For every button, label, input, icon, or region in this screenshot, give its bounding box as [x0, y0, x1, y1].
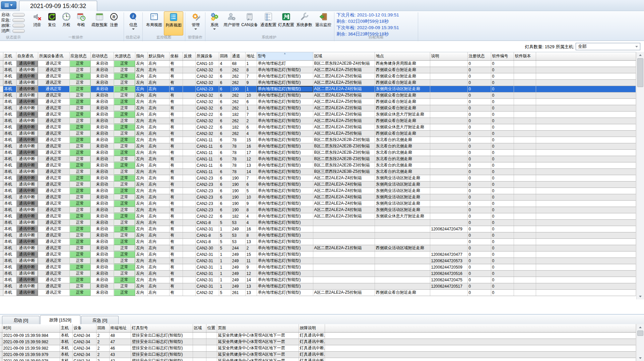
channel-cell[interactable]: 262 [231, 118, 245, 124]
channel-cell[interactable]: 249 [231, 251, 245, 258]
reverse-cell[interactable] [183, 105, 195, 111]
reverse-cell[interactable] [183, 232, 195, 238]
startup-status-cell[interactable]: 未启动 [90, 219, 114, 226]
direction-cell[interactable]: 左向 [135, 175, 147, 181]
light-status-cell[interactable]: 正常 [114, 60, 135, 67]
device-cell[interactable]: CAN1-8 [195, 219, 219, 226]
column-header[interactable]: ▲型号 [257, 52, 313, 60]
coordinate-cell[interactable]: 有 [169, 175, 183, 181]
exit-monitor-button[interactable]: 退出监控 [314, 11, 333, 40]
device-cell[interactable]: CAN1-11 [195, 168, 219, 175]
reverse-cell[interactable] [183, 60, 195, 67]
emergency-status-cell[interactable]: 正常 [69, 130, 90, 137]
note-cell[interactable] [430, 238, 467, 245]
loop-cell[interactable]: 4 [219, 60, 231, 67]
self-comm-cell[interactable]: 通讯中断 [16, 181, 38, 188]
user-management-button[interactable]: 用户管理 [222, 11, 241, 40]
table-row[interactable]: 本机通讯中断通讯正常正常未启动正常左向左向有CAN1-1167815单向地埋标志… [0, 137, 636, 143]
startup-status-cell[interactable]: 未启动 [90, 168, 114, 175]
model-cell[interactable]: 单向地埋标志灯(智能型) [257, 92, 313, 98]
column-header[interactable]: 地址 [245, 52, 257, 60]
loop-cell[interactable]: 6 [219, 143, 231, 149]
area-cell[interactable]: A区二层2ALE2A-Z5控制箱 [313, 98, 375, 105]
light-status-cell[interactable]: 正常 [114, 98, 135, 105]
startup-status-cell[interactable]: 未启动 [90, 98, 114, 105]
default-direction-cell[interactable]: 左向 [147, 194, 169, 200]
software-version-cell[interactable] [514, 194, 536, 200]
table-row[interactable]: 本机通讯中断通讯正常正常未启动正常左向左向有CAN2-3262629单向地埋标志… [0, 79, 636, 86]
loop-cell[interactable]: 1 [219, 226, 231, 232]
startup-status-cell[interactable]: 未启动 [90, 245, 114, 251]
list-view-button[interactable]: 列表视图 [164, 11, 183, 35]
direction-cell[interactable]: 左向 [135, 130, 147, 137]
software-version-cell[interactable] [514, 124, 536, 130]
location-cell[interactable] [375, 232, 430, 238]
self-comm-cell[interactable]: 通讯中断 [16, 118, 38, 124]
software-no-cell[interactable]: 0 [491, 194, 514, 200]
device-comm-cell[interactable]: 通讯正常 [38, 245, 69, 251]
register-status-cell[interactable]: 0 [467, 60, 491, 67]
location-cell[interactable]: 西侧观众看台附近走廊 [375, 79, 430, 86]
note-cell[interactable] [430, 289, 467, 296]
address-cell[interactable]: 6 [245, 124, 257, 130]
device-comm-cell[interactable]: 通讯正常 [38, 118, 69, 124]
mute-button[interactable]: 消音 [30, 11, 45, 40]
loop-cell[interactable]: 1 [219, 264, 231, 270]
device-cell[interactable]: CAN1-11 [195, 143, 219, 149]
host-cell[interactable]: 本机 [3, 238, 16, 245]
light-status-cell[interactable]: 正常 [114, 194, 135, 200]
host-cell[interactable]: 本机 [3, 60, 16, 67]
reverse-cell[interactable] [183, 258, 195, 264]
fault-cell[interactable]: CAN2-34 [72, 358, 96, 361]
self-comm-cell[interactable]: 通讯中断 [16, 232, 38, 238]
column-header[interactable]: 软件版本 [514, 52, 536, 60]
location-cell[interactable]: 西侧观众看台附近走廊 [375, 130, 430, 137]
device-comm-cell[interactable]: 通讯正常 [38, 188, 69, 194]
device-comm-cell[interactable]: 通讯正常 [38, 105, 69, 111]
model-cell[interactable]: 单向地埋标志灯(智能型) [257, 270, 313, 277]
lamp-config-button[interactable]: 灯具配置 [276, 11, 296, 40]
note-cell[interactable] [430, 86, 467, 92]
software-version-cell[interactable] [514, 79, 536, 86]
loop-cell[interactable]: 6 [219, 111, 231, 118]
fault-cell[interactable]: 2021-09-09 15:39:59.978 [2, 358, 60, 361]
table-row[interactable]: 本机通讯中断通讯正常正常未启动正常左向左向有CAN1-855313单向地埋标志灯… [0, 238, 636, 245]
software-version-cell[interactable] [514, 156, 536, 162]
note-cell[interactable] [430, 124, 467, 130]
column-header[interactable]: 注册状态 [467, 52, 491, 60]
fault-cell[interactable]: 本机 [60, 339, 72, 345]
address-cell[interactable]: 10 [245, 194, 257, 200]
channel-cell[interactable]: 190 [231, 86, 245, 92]
host-cell[interactable]: 本机 [3, 200, 16, 207]
channel-cell[interactable]: 262 [231, 79, 245, 86]
coordinate-cell[interactable]: 有 [169, 111, 183, 118]
address-cell[interactable]: 16 [245, 226, 257, 232]
model-cell[interactable]: 单向地埋标志灯(智能型) [257, 143, 313, 149]
device-cell[interactable]: CAN2-31 [195, 277, 219, 283]
fault-cell[interactable]: 灯具通讯中断。 [299, 351, 325, 358]
area-cell[interactable]: A区二层2ALE2A-Z3控制箱 [313, 111, 375, 118]
fault-cell[interactable]: 壁挂安全出口标志灯(智能型) [131, 345, 193, 351]
loop-cell[interactable]: 1 [219, 277, 231, 283]
fault-cell[interactable] [193, 345, 206, 351]
column-header[interactable]: 终端地址 [109, 324, 131, 332]
coordinate-cell[interactable]: 有 [169, 98, 183, 105]
fault-table-scrollbar[interactable] [636, 324, 644, 361]
area-cell[interactable]: B区二层东段2A2E2B-Z3控制箱 [313, 137, 375, 143]
emergency-status-cell[interactable]: 正常 [69, 149, 90, 156]
software-no-cell[interactable]: 0 [491, 219, 514, 226]
software-no-cell[interactable]: 0 [491, 175, 514, 181]
device-cell[interactable]: CAN2-31 [195, 251, 219, 258]
row-header[interactable] [0, 175, 3, 181]
direction-cell[interactable]: 左向 [135, 226, 147, 232]
location-cell[interactable]: 东侧观众休息大厅附近走廊 [375, 213, 430, 219]
emergency-status-cell[interactable]: 正常 [69, 60, 90, 67]
reverse-cell[interactable] [183, 245, 195, 251]
software-version-cell[interactable] [514, 188, 536, 194]
direction-cell[interactable]: 左向 [135, 124, 147, 130]
device-comm-cell[interactable]: 通讯正常 [38, 137, 69, 143]
startup-status-cell[interactable]: 未启动 [90, 188, 114, 194]
direction-cell[interactable]: 左向 [135, 194, 147, 200]
startup-status-cell[interactable]: 未启动 [90, 194, 114, 200]
column-header[interactable]: 主机 [3, 52, 16, 60]
